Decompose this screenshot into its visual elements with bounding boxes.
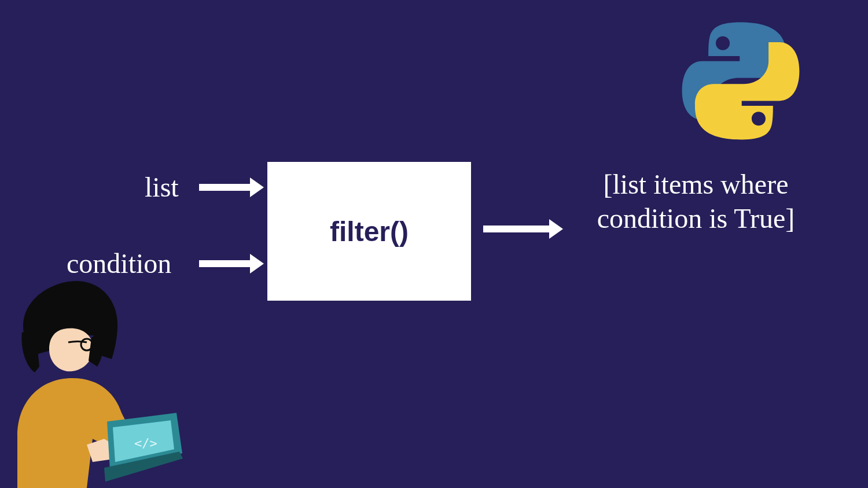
- output-label: [list items where condition is True]: [570, 168, 822, 235]
- filter-function-label: filter(): [330, 216, 409, 247]
- filter-function-box: filter(): [267, 162, 471, 301]
- python-logo-icon: [677, 17, 804, 145]
- input-label-condition: condition: [67, 250, 171, 278]
- coder-illustration-icon: </>: [0, 280, 191, 488]
- svg-text:</>: </>: [134, 436, 157, 450]
- arrow-filter-to-output-icon: [483, 225, 550, 232]
- input-label-list: list: [145, 173, 179, 201]
- arrow-list-to-filter-icon: [199, 184, 251, 191]
- diagram-stage: list condition filter() [list items wher…: [0, 0, 868, 488]
- arrow-condition-to-filter-icon: [199, 260, 251, 267]
